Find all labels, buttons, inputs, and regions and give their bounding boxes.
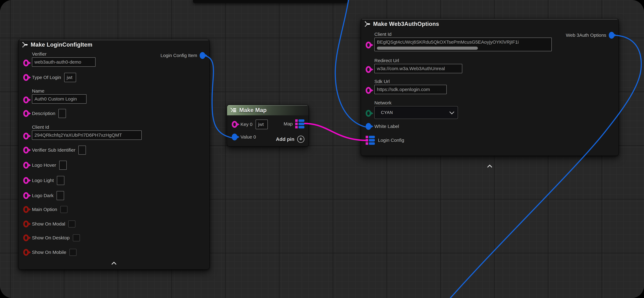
- make-struct-icon: [364, 20, 371, 28]
- pin-row-client-id: Client Id BEglQSgt4cUWcj6SKRdu5QkOXTsePm…: [366, 32, 552, 51]
- enum-pin[interactable]: [366, 110, 371, 117]
- description-input[interactable]: [58, 109, 66, 118]
- network-selected-value: CYAN: [381, 110, 393, 115]
- pin-label: Verifier Sub Identifier: [32, 148, 75, 153]
- string-pin[interactable]: [23, 74, 29, 81]
- string-pin[interactable]: [23, 162, 29, 169]
- string-pin[interactable]: [23, 133, 29, 140]
- node-title: Make Web3AuthOptions: [373, 21, 439, 27]
- pin-row-white-label: White Label: [366, 123, 399, 130]
- pin-label: Network: [374, 100, 458, 106]
- string-pin[interactable]: [23, 110, 29, 117]
- redirect-url-input[interactable]: w3a://com.w3a.Web3AuthUnreal: [374, 64, 462, 73]
- pin-row-logo-hover: Logo Hover: [23, 161, 67, 170]
- pin-row-show-on-mobile: Show On Mobile: [23, 249, 76, 256]
- type-of-login-input[interactable]: jwt: [64, 73, 76, 82]
- output-pin-label: Web 3Auth Options: [566, 32, 606, 38]
- string-pin[interactable]: [366, 87, 371, 94]
- pin-label: Description: [32, 111, 55, 116]
- pin-label: Show On Desktop: [32, 235, 70, 240]
- pin-row-client-id: Client Id 294QRkchfq2YaXUbPri7D6PH7xzHgQ…: [23, 124, 142, 140]
- pin-label: White Label: [374, 124, 399, 129]
- node-header[interactable]: Make Web3AuthOptions: [361, 19, 618, 29]
- string-pin[interactable]: [23, 96, 29, 103]
- logo-light-input[interactable]: [57, 176, 64, 185]
- sdk-url-input[interactable]: https://sdk.openlogin.com: [374, 85, 447, 94]
- collapse-node-button[interactable]: [108, 260, 120, 266]
- verifier-input[interactable]: web3auth-auth0-demo: [32, 57, 96, 67]
- output-pin-struct[interactable]: [609, 32, 614, 39]
- pin-row-main-option: Main Option: [23, 206, 68, 213]
- pin-label: Logo Light: [32, 178, 54, 183]
- node-header[interactable]: Make LoginConfigItem: [18, 40, 209, 50]
- bool-pin[interactable]: [23, 234, 29, 241]
- add-pin-label: Add pin: [276, 136, 294, 142]
- string-pin[interactable]: [23, 60, 29, 66]
- key-0-input[interactable]: jwt: [256, 120, 268, 129]
- input-scrollbar[interactable]: [377, 46, 478, 50]
- pin-row-type-of-login: Type Of Login jwt: [23, 73, 76, 82]
- bool-pin[interactable]: [23, 249, 29, 256]
- node-make-web3auth-options[interactable]: Make Web3AuthOptions Web 3Auth Options C…: [361, 18, 619, 156]
- show-on-desktop-checkbox[interactable]: [73, 234, 80, 242]
- pin-row-logo-light: Logo Light: [23, 176, 64, 185]
- string-pin[interactable]: [23, 177, 29, 184]
- output-row-login-config-item: Login Config Item: [160, 52, 205, 59]
- pin-label: Key 0: [240, 122, 252, 127]
- output-pin-struct[interactable]: [200, 52, 205, 59]
- output-row-map: Map: [284, 120, 304, 128]
- pin-label: Sdk Url: [374, 79, 447, 84]
- map-pin-connected[interactable]: [366, 136, 375, 145]
- string-pin[interactable]: [232, 121, 237, 128]
- pin-label: Value 0: [240, 134, 256, 140]
- collapse-node-button[interactable]: [484, 162, 495, 170]
- pin-row-redirect-url: Redirect Url w3a://com.w3a.Web3AuthUnrea…: [366, 58, 462, 73]
- string-pin[interactable]: [23, 147, 29, 154]
- pin-label: Main Option: [32, 207, 57, 212]
- string-pin[interactable]: [366, 42, 371, 48]
- node-make-login-config-item[interactable]: Make LoginConfigItem Login Config Item V…: [18, 39, 210, 270]
- bool-pin[interactable]: [23, 206, 29, 213]
- struct-pin-connected[interactable]: [366, 123, 371, 130]
- struct-pin-connected[interactable]: [232, 134, 237, 140]
- pin-row-verifier: Verifier web3auth-auth0-demo: [23, 52, 96, 67]
- name-input[interactable]: Auth0 Custom Login: [32, 94, 86, 104]
- pin-label: Client Id: [374, 32, 552, 37]
- chevron-up-icon: [111, 261, 116, 265]
- show-on-modal-checkbox[interactable]: [68, 220, 76, 228]
- make-struct-icon: [21, 41, 28, 48]
- pin-label: Login Config: [378, 138, 404, 143]
- node-header[interactable]: Make Map: [227, 105, 308, 115]
- output-pin-label: Login Config Item: [160, 53, 197, 58]
- string-pin[interactable]: [366, 66, 371, 73]
- string-pin[interactable]: [23, 192, 29, 199]
- pin-row-login-config: Login Config: [366, 136, 404, 145]
- pin-label: Redirect Url: [374, 58, 462, 63]
- pin-label: Logo Dark: [32, 193, 54, 198]
- add-pin-button[interactable]: Add pin +: [276, 136, 304, 143]
- map-pin[interactable]: [295, 120, 304, 128]
- pin-row-description: Description: [23, 109, 66, 118]
- client-id-input[interactable]: BEglQSgt4cUWcj6SKRdu5QkOXTsePmMcusG5EAoy…: [374, 38, 552, 51]
- pin-label: Show On Modal: [32, 221, 65, 226]
- wire-map-to-login-config[interactable]: [304, 124, 368, 140]
- offscreen-node-fragment: [193, 0, 348, 3]
- main-option-checkbox[interactable]: [60, 206, 68, 213]
- pin-label: Logo Hover: [32, 162, 56, 168]
- network-dropdown[interactable]: CYAN: [374, 106, 458, 119]
- pin-label: Client Id: [32, 124, 142, 130]
- pin-row-show-on-desktop: Show On Desktop: [23, 234, 80, 242]
- pin-row-value-0: Value 0: [232, 134, 256, 140]
- make-map-icon: [230, 107, 237, 114]
- logo-hover-input[interactable]: [59, 161, 67, 170]
- blueprint-graph-canvas[interactable]: Make LoginConfigItem Login Config Item V…: [0, 0, 644, 298]
- client-id-input[interactable]: 294QRkchfq2YaXUbPri7D6PH7xzHgQMT: [32, 130, 142, 140]
- logo-dark-input[interactable]: [56, 191, 64, 200]
- show-on-mobile-checkbox[interactable]: [69, 249, 76, 256]
- pin-row-verifier-sub-identifier: Verifier Sub Identifier: [23, 146, 86, 154]
- bool-pin[interactable]: [23, 220, 29, 228]
- output-pin-label: Map: [284, 121, 293, 126]
- node-make-map[interactable]: Make Map Key 0 jwt Map Value 0 Add pin +: [227, 105, 309, 146]
- verifier-sub-identifier-input[interactable]: [78, 146, 86, 154]
- chevron-up-icon: [487, 164, 492, 168]
